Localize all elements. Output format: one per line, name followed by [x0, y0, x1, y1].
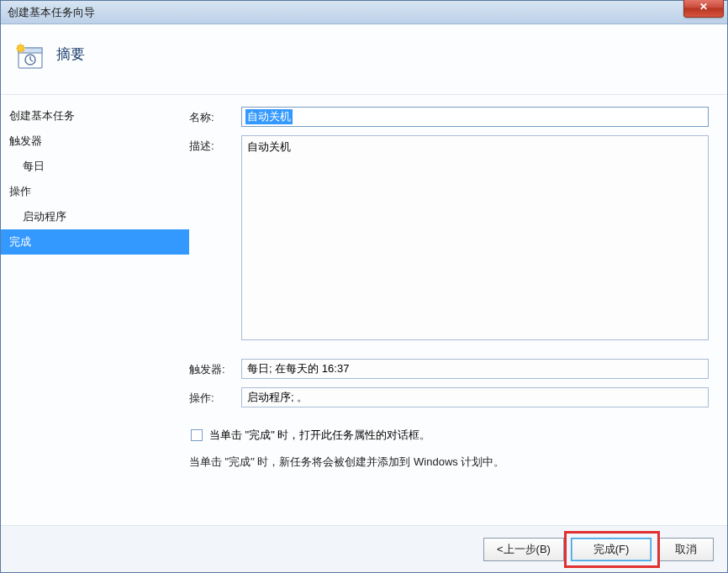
wizard-sidebar: 创建基本任务 触发器 每日 操作 启动程序 完成: [1, 95, 189, 525]
info-text: 当单击 "完成" 时，新任务将会被创建并添加到 Windows 计划中。: [189, 455, 709, 470]
summary-icon: [16, 43, 45, 71]
wizard-main: 名称: 自动关机 描述: 自动关机 触发器: 每日; 在每天的 16:37 操: [189, 95, 727, 525]
trigger-value: 每日; 在每天的 16:37: [241, 359, 709, 379]
action-label: 操作:: [189, 387, 241, 407]
row-action: 操作: 启动程序; 。: [189, 387, 709, 407]
page-title: 摘要: [56, 45, 85, 64]
trigger-label: 触发器:: [189, 359, 241, 379]
close-button[interactable]: ✕: [683, 0, 724, 18]
sidebar-item-finish[interactable]: 完成: [1, 229, 189, 255]
svg-marker-5: [18, 45, 24, 51]
titlebar: 创建基本任务向导 ✕: [1, 1, 727, 24]
name-input[interactable]: 自动关机: [241, 107, 709, 127]
svg-marker-6: [19, 43, 22, 45]
action-value: 启动程序; 。: [241, 387, 709, 407]
finish-button[interactable]: 完成(F): [571, 538, 652, 561]
desc-label: 描述:: [189, 135, 241, 340]
name-input-value: 自动关机: [245, 109, 293, 124]
open-properties-checkbox[interactable]: [191, 429, 203, 441]
row-name: 名称: 自动关机: [189, 107, 709, 127]
row-description: 描述: 自动关机: [189, 135, 709, 340]
desc-value: 自动关机: [247, 140, 291, 153]
close-icon: ✕: [699, 1, 708, 13]
wizard-header: 摘要: [1, 24, 727, 95]
sidebar-item-daily[interactable]: 每日: [1, 154, 189, 179]
sidebar-item-trigger[interactable]: 触发器: [1, 129, 189, 154]
sidebar-item-create-task[interactable]: 创建基本任务: [1, 103, 189, 129]
name-label: 名称:: [189, 107, 241, 127]
svg-marker-8: [16, 47, 18, 50]
description-textarea[interactable]: 自动关机: [241, 135, 709, 340]
sidebar-item-action[interactable]: 操作: [1, 179, 189, 204]
row-trigger: 触发器: 每日; 在每天的 16:37: [189, 359, 709, 379]
back-button[interactable]: <上一步(B): [483, 538, 564, 561]
window-title: 创建基本任务向导: [8, 5, 95, 20]
cancel-button[interactable]: 取消: [658, 538, 714, 561]
open-properties-row[interactable]: 当单击 "完成" 时，打开此任务属性的对话框。: [189, 428, 709, 443]
open-properties-label: 当单击 "完成" 时，打开此任务属性的对话框。: [209, 428, 430, 443]
wizard-body: 创建基本任务 触发器 每日 操作 启动程序 完成 名称: 自动关机 描述: 自动…: [1, 95, 727, 525]
wizard-footer: <上一步(B) 完成(F) 取消: [1, 525, 727, 572]
wizard-window: 创建基本任务向导 ✕ 摘要 创建基本任务 触发器 每日: [0, 0, 728, 573]
sidebar-item-start-program[interactable]: 启动程序: [1, 204, 189, 229]
